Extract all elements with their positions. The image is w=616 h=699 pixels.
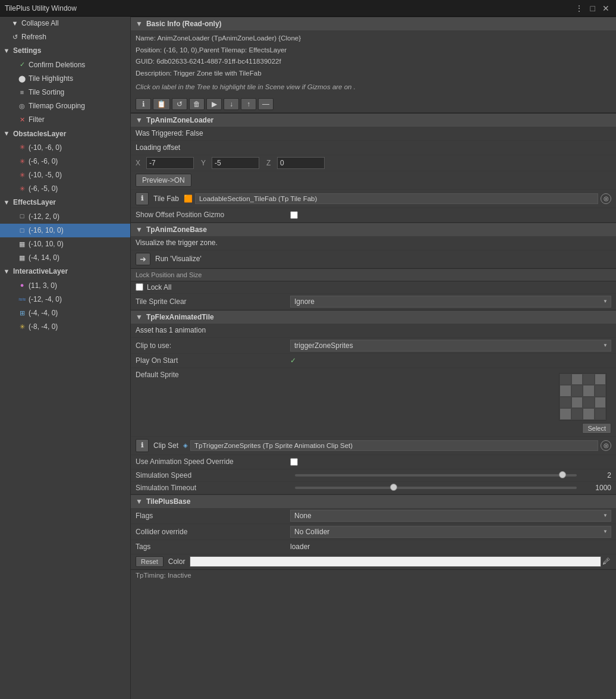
sprite-cell-9	[560, 397, 571, 409]
x-input[interactable]	[146, 157, 194, 169]
tags-row: Tags loader	[131, 540, 616, 554]
use-anim-speed-checkbox[interactable]	[290, 458, 298, 466]
star-icon-obs2: ✳	[18, 156, 26, 167]
sidebar-item-tilemap-grouping[interactable]: ◎ Tilemap Grouping	[0, 99, 130, 113]
sidebar-item-obs4[interactable]: ✳ (-6, -5, 0)	[0, 182, 130, 196]
maximize-icon[interactable]: □	[589, 4, 597, 13]
sidebar-item-confirm-deletions[interactable]: ✓ Confirm Deletions	[0, 58, 130, 72]
section-tpanimzoneloader[interactable]: ▼ TpAnimZoneLoader	[131, 113, 616, 127]
lock-all-row: Lock All	[131, 281, 616, 294]
sidebar-label-obs3: (-10, -5, 0)	[29, 170, 62, 181]
flags-row: Flags None	[131, 508, 616, 524]
sidebar-item-tile-sorting[interactable]: ≡ Tile Sorting	[0, 86, 130, 99]
section-tpflexanimatedtile[interactable]: ▼ TpFlexAnimatedTile	[131, 310, 616, 324]
sidebar-label-eff4: (-4, 14, 0)	[29, 252, 59, 264]
asset-info-row: Asset has 1 animation	[131, 324, 616, 338]
sidebar-label-tilemap-grouping: Tilemap Grouping	[29, 101, 85, 112]
flags-dropdown[interactable]: None	[290, 510, 611, 522]
simulation-timeout-value: 1000	[582, 484, 611, 492]
info-description-line: Description: Trigger Zone tile with Tile…	[136, 68, 611, 80]
sidebar-item-obs2[interactable]: ✳ (-6, -6, 0)	[0, 155, 130, 168]
sidebar-item-settings[interactable]: ▼ Settings	[0, 44, 130, 58]
sidebar-item-int2[interactable]: ≈≈ (-12, -4, 0)	[0, 293, 130, 306]
up-button[interactable]: ↑	[241, 98, 256, 110]
simulation-timeout-track[interactable]	[295, 487, 577, 489]
minus-button[interactable]: —	[258, 98, 274, 110]
sidebar-label-interactive: InteractiveLayer	[13, 266, 68, 277]
copy-button[interactable]: 📋	[153, 98, 170, 110]
sidebar-item-eff1[interactable]: □ (-12, 2, 0)	[0, 210, 130, 224]
visualize-label: Visualize the trigger zone.	[136, 239, 218, 247]
info-name-line: Name: AnimZoneLoader (TpAnimZoneLoader) …	[136, 33, 611, 45]
collider-override-dropdown[interactable]: No Collider	[290, 526, 611, 538]
basic-info-content: Name: AnimZoneLoader (TpAnimZoneLoader) …	[131, 30, 616, 96]
square-icon-eff2: □	[18, 225, 26, 236]
sidebar-item-eff2[interactable]: □ (-16, 10, 0)	[0, 224, 130, 237]
simulation-timeout-thumb[interactable]	[390, 484, 397, 491]
close-icon[interactable]: ✕	[601, 4, 611, 13]
show-offset-checkbox[interactable]	[290, 211, 298, 219]
tile-fab-row: ℹ Tile Fab 🟧 LoadableSection_TileFab (Tp…	[131, 190, 616, 208]
preview-button[interactable]: Preview->ON	[136, 174, 191, 187]
clip-to-use-dropdown[interactable]: triggerZoneSprites	[290, 340, 611, 352]
chevron-tpflexanimatedtile: ▼	[136, 313, 143, 321]
collider-override-row: Collider override No Collider	[131, 524, 616, 540]
sidebar-item-tile-highlights[interactable]: ⬤ Tile Highlights	[0, 72, 130, 86]
sidebar-item-effects-layer[interactable]: ▼ EffectsLayer	[0, 196, 130, 209]
simulation-speed-track[interactable]	[295, 474, 577, 477]
section-tpanimzonebase[interactable]: ▼ TpAnimZoneBase	[131, 222, 616, 236]
section-tileplusbase[interactable]: ▼ TilePlusBase	[131, 494, 616, 508]
delete-button[interactable]: 🗑	[189, 98, 205, 110]
sidebar-item-int1[interactable]: ● (11, 3, 0)	[0, 279, 130, 293]
simulation-speed-row: Simulation Speed 2	[131, 469, 616, 482]
sidebar-item-interactive-layer[interactable]: ▼ InteractiveLayer	[0, 265, 130, 278]
y-input[interactable]	[212, 157, 259, 169]
tile-sprite-clear-dropdown[interactable]: Ignore	[290, 296, 611, 308]
info-button[interactable]: ℹ	[136, 98, 151, 110]
info-hint: Click on label in the Tree to highlight …	[136, 82, 611, 93]
sidebar-item-obs1[interactable]: ✳ (-10, -6, 0)	[0, 141, 130, 155]
tile-fab-target-button[interactable]: ◎	[601, 193, 611, 204]
sidebar-item-eff3[interactable]: ▦ (-10, 10, 0)	[0, 237, 130, 251]
play-button[interactable]: ▶	[206, 98, 222, 110]
clip-set-label: Clip Set	[153, 441, 178, 450]
show-offset-label: Show Offset Position Gizmo	[136, 211, 290, 219]
sidebar-item-obs3[interactable]: ✳ (-10, -5, 0)	[0, 168, 130, 182]
simulation-speed-thumb[interactable]	[559, 471, 566, 478]
simulation-timeout-row: Simulation Timeout 1000	[131, 482, 616, 494]
sidebar-label-collapse-all: Collapse All	[21, 18, 59, 29]
sidebar-item-refresh[interactable]: ↺ Refresh	[0, 30, 130, 44]
tile-fab-info-button[interactable]: ℹ	[136, 192, 149, 205]
visualize-label-row: Visualize the trigger zone.	[131, 236, 616, 250]
reset-button[interactable]: Reset	[136, 556, 164, 567]
collider-override-label: Collider override	[136, 528, 290, 536]
clip-set-target-button[interactable]: ◎	[601, 440, 611, 451]
sidebar-item-obstacles-layer[interactable]: ▼ ObstaclesLayer	[0, 127, 130, 141]
refresh-button[interactable]: ↺	[172, 98, 187, 110]
eyedropper-button[interactable]: 🖉	[601, 557, 611, 566]
sidebar-item-collapse-all[interactable]: ▼ Collapse All	[0, 17, 130, 30]
chevron-tpanimzonebase: ▼	[136, 225, 143, 234]
default-sprite-row: Default Sprite	[131, 368, 616, 437]
down-button[interactable]: ↓	[224, 98, 239, 110]
menu-icon[interactable]: ⋮	[573, 4, 585, 13]
asset-info-label: Asset has 1 animation	[136, 326, 206, 334]
clip-set-info-button[interactable]: ℹ	[136, 439, 149, 452]
left-panel: ▼ Collapse All ↺ Refresh ▼ Settings ✓ Co…	[0, 17, 131, 699]
sprite-cell-7	[583, 385, 595, 397]
lock-all-checkbox[interactable]	[136, 283, 143, 291]
z-input[interactable]	[277, 157, 325, 169]
sidebar-item-int4[interactable]: ✳ (-8, -4, 0)	[0, 320, 130, 334]
run-visualize-arrow[interactable]: ➜	[136, 253, 150, 265]
tags-value: loader	[290, 543, 611, 551]
sidebar-label-obs4: (-6, -5, 0)	[29, 183, 58, 195]
sidebar-item-eff4[interactable]: ▦ (-4, 14, 0)	[0, 251, 130, 265]
sidebar-item-filter[interactable]: ✕ Filter	[0, 113, 130, 127]
tile-sprite-clear-dropdown-wrapper: Ignore	[290, 296, 611, 308]
section-basic-info[interactable]: ▼ Basic Info (Read-only)	[131, 17, 616, 30]
select-button[interactable]: Select	[582, 423, 611, 434]
color-field[interactable]	[190, 556, 601, 567]
sidebar-label-effects: EffectsLayer	[13, 197, 56, 208]
sidebar-item-int3[interactable]: ⊞ (-4, -4, 0)	[0, 306, 130, 320]
tile-sprite-clear-label: Tile Sprite Clear	[136, 297, 290, 306]
